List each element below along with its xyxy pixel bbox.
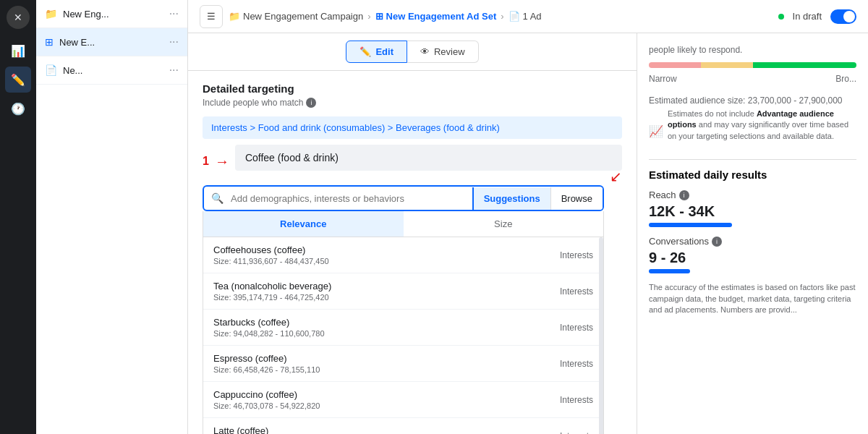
- suggestion-item-0[interactable]: Coffeehouses (coffee) Size: 411,936,607 …: [203, 237, 603, 273]
- reach-info-icon: i: [679, 190, 689, 200]
- reach-label: Reach i: [649, 190, 856, 200]
- suggestion-item-2[interactable]: Starbucks (coffee) Size: 94,048,282 - 11…: [203, 310, 603, 346]
- edit-icon: ✏️: [359, 46, 371, 57]
- sidebar-toggle-button[interactable]: ☰: [200, 5, 223, 28]
- breadcrumb-campaign-label: New Engagement Campaign: [243, 11, 363, 22]
- search-icon: 🔍: [204, 187, 231, 210]
- breadcrumb-ad-label: 1 Ad: [523, 11, 542, 22]
- conversations-bar: [649, 269, 690, 273]
- sidebar-icon-edit[interactable]: ✏️: [5, 67, 31, 93]
- broad-label: Bro...: [835, 74, 856, 84]
- gauge-bar: [649, 62, 856, 68]
- nav-item-adset-label: New E...: [59, 37, 163, 48]
- browse-button[interactable]: Browse: [550, 187, 603, 210]
- suggestion-item-1[interactable]: Tea (nonalcoholic beverage) Size: 395,17…: [203, 273, 603, 310]
- dropdown-scrollbar[interactable]: [599, 237, 603, 434]
- selected-item: Coffee (food & drink): [235, 145, 622, 171]
- suggestion-item-5[interactable]: Latte (coffee) Size: 51,272,210 - 60,206…: [203, 418, 603, 434]
- nav-item-adset[interactable]: ⊞ New E... ···: [36, 28, 187, 56]
- sidebar: ✕ 📊 ✏️ 🕐: [0, 0, 36, 434]
- targeting-section: Detailed targeting Include people who ma…: [188, 71, 637, 434]
- breadcrumb-grid-icon: ⊞: [375, 11, 383, 22]
- nav-item-ad[interactable]: 📄 Ne... ···: [36, 56, 187, 85]
- sidebar-icon-chart[interactable]: 📊: [5, 38, 31, 64]
- draft-toggle[interactable]: [830, 9, 856, 24]
- estimate-row: 📈 Estimates do not include Advantage aud…: [649, 109, 856, 153]
- action-bar: ✏️ Edit 👁 Review: [188, 33, 637, 71]
- estimate-note: Estimates do not include Advantage audie…: [668, 109, 856, 142]
- breadcrumb-campaign[interactable]: 📁 New Engagement Campaign: [229, 11, 363, 22]
- gauge-green: [753, 62, 857, 68]
- topbar: ☰ 📁 New Engagement Campaign › ⊞ New Enga…: [188, 0, 868, 33]
- narrow-label: Narrow: [649, 74, 677, 84]
- reach-value: 12K - 34K: [649, 203, 856, 220]
- chart-icon: 📊: [11, 44, 25, 58]
- search-container: 🔍 Suggestions Browse: [203, 185, 604, 434]
- conversations-label: Conversations i: [649, 236, 856, 247]
- results-title: Estimated daily results: [649, 169, 856, 181]
- nav-item-ad-label: Ne...: [63, 65, 163, 76]
- suggestions-dropdown: Relevance Size Coffeehouses: [203, 211, 604, 434]
- ad-more-icon[interactable]: ···: [169, 64, 179, 77]
- results-note: The accuracy of the estimates is based o…: [649, 282, 856, 315]
- conversations-value: 9 - 26: [649, 250, 856, 266]
- interest-path: Interests > Food and drink (consumables)…: [203, 116, 622, 139]
- tab-relevance[interactable]: Relevance: [203, 211, 404, 237]
- suggestions-button[interactable]: Suggestions: [472, 187, 550, 210]
- sidebar-close-button[interactable]: ✕: [7, 6, 30, 29]
- narrow-broad-labels: Narrow Bro...: [649, 74, 856, 84]
- breadcrumb: 📁 New Engagement Campaign › ⊞ New Engage…: [229, 11, 773, 22]
- interest-path-text[interactable]: Interests > Food and drink (consumables)…: [211, 122, 500, 133]
- breadcrumb-ad-icon: 📄: [509, 11, 520, 22]
- search-row: 🔍 Suggestions Browse: [203, 185, 604, 211]
- close-icon: ✕: [14, 12, 22, 23]
- preamble-text: people likely to respond.: [649, 45, 856, 55]
- gauge-yellow: [701, 62, 753, 68]
- sidebar-icon-clock[interactable]: 🕐: [5, 95, 31, 122]
- doc-icon: 📄: [45, 64, 57, 76]
- targeting-subtitle: Include people who match i: [203, 98, 622, 108]
- breadcrumb-adset-label: New Engagement Ad Set: [386, 11, 497, 22]
- gauge-red: [649, 62, 701, 68]
- breadcrumb-ad[interactable]: 📄 1 Ad: [509, 11, 542, 22]
- nav-item-campaign-label: New Eng...: [63, 9, 163, 20]
- search-area: 🔍 Suggestions Browse: [203, 185, 622, 434]
- suggestion-item-3[interactable]: Espresso (coffee) Size: 66,458,426 - 78,…: [203, 346, 603, 382]
- pencil-icon: ✏️: [11, 73, 25, 87]
- breadcrumb-sep-1: ›: [367, 11, 370, 22]
- main-content: ☰ 📁 New Engagement Campaign › ⊞ New Enga…: [188, 0, 868, 434]
- info-icon: i: [306, 98, 316, 108]
- tab-size[interactable]: Size: [404, 211, 604, 237]
- eye-icon: 👁: [420, 46, 430, 57]
- review-button[interactable]: 👁 Review: [407, 41, 479, 63]
- topbar-right: In draft: [778, 9, 856, 24]
- targeting-title: Detailed targeting: [203, 82, 622, 95]
- adset-more-icon[interactable]: ···: [169, 35, 179, 48]
- suggestion-item-4[interactable]: Cappuccino (coffee) Size: 46,703,078 - 5…: [203, 382, 603, 418]
- content-area: ✏️ Edit 👁 Review Detailed targeting Incl…: [188, 33, 868, 434]
- status-text: In draft: [793, 11, 822, 22]
- annotation-1-badge: 1: [203, 155, 209, 168]
- status-dot: [778, 14, 784, 20]
- campaign-more-icon[interactable]: ···: [169, 7, 179, 20]
- breadcrumb-folder-icon: 📁: [229, 11, 240, 22]
- edit-button[interactable]: ✏️ Edit: [346, 41, 407, 63]
- breadcrumb-adset[interactable]: ⊞ New Engagement Ad Set: [375, 11, 497, 22]
- arrow-1-icon: →: [215, 154, 229, 169]
- estimate-icon: 📈: [649, 124, 663, 138]
- arrow-2-icon: ↙: [610, 169, 622, 184]
- grid-icon: ⊞: [45, 36, 54, 48]
- search-input[interactable]: [231, 187, 472, 210]
- right-panel: people likely to respond. Narrow Bro... …: [637, 33, 868, 434]
- dropdown-tabs: Relevance Size: [203, 211, 603, 237]
- nav-item-campaign[interactable]: 📁 New Eng... ···: [36, 0, 187, 28]
- breadcrumb-sep-2: ›: [501, 11, 503, 22]
- divider: [649, 159, 856, 160]
- conversations-info-icon: i: [712, 237, 722, 247]
- clock-icon: 🕐: [11, 102, 25, 116]
- selected-item-text: Coffee (food & drink): [245, 152, 339, 163]
- menu-icon: ☰: [207, 11, 216, 22]
- reach-bar: [649, 223, 732, 227]
- nav-panel: 📁 New Eng... ··· ⊞ New E... ··· 📄 Ne... …: [36, 0, 188, 434]
- dropdown-list: Coffeehouses (coffee) Size: 411,936,607 …: [203, 237, 603, 434]
